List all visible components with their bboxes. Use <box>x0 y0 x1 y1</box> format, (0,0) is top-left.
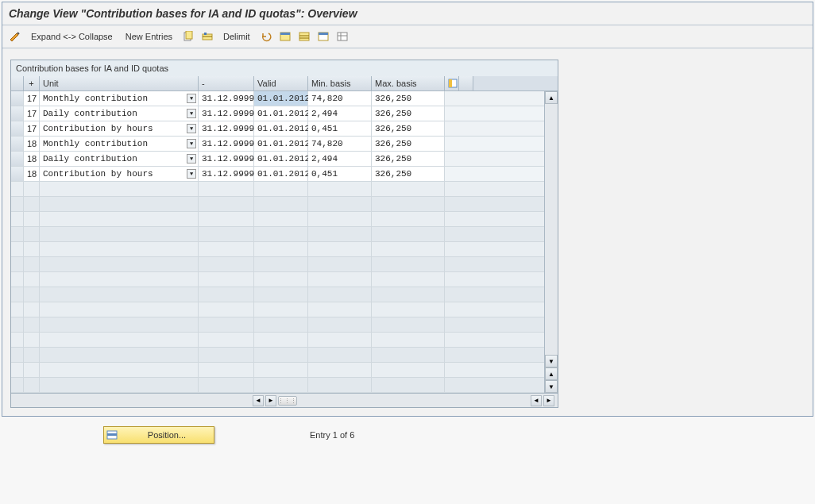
cell-empty[interactable] <box>254 348 308 362</box>
cell-empty[interactable] <box>199 378 254 392</box>
cell-maxbasis[interactable]: 326,250 <box>372 121 445 136</box>
cell-empty[interactable] <box>40 182 199 196</box>
cell-empty[interactable] <box>24 348 40 362</box>
row-selector[interactable] <box>11 121 24 136</box>
select-all-icon[interactable] <box>277 29 293 44</box>
dropdown-icon[interactable]: ▼ <box>187 124 196 133</box>
cell-empty[interactable] <box>199 242 254 256</box>
cell-empty[interactable] <box>199 182 254 196</box>
row-selector[interactable] <box>11 333 24 347</box>
dropdown-icon[interactable]: ▼ <box>187 139 196 148</box>
row-selector[interactable] <box>11 152 24 166</box>
cell-empty[interactable] <box>40 348 199 362</box>
cell-empty[interactable] <box>308 272 372 287</box>
cell-unit[interactable]: Contribution by hours▼ <box>40 121 199 136</box>
cell-empty[interactable] <box>40 317 199 332</box>
row-selector[interactable] <box>11 287 24 302</box>
cell-group[interactable]: 17 <box>24 121 40 136</box>
hscroll-left-icon[interactable]: ◄ <box>253 395 264 406</box>
cell-group[interactable]: 17 <box>24 91 40 106</box>
cell-enddate[interactable]: 31.12.9999 <box>199 167 254 181</box>
scroll-down-icon[interactable]: ▼ <box>545 355 558 367</box>
cell-empty[interactable] <box>372 333 445 347</box>
cell-empty[interactable] <box>308 257 372 271</box>
cell-maxbasis[interactable]: 326,250 <box>372 137 445 151</box>
cell-valid[interactable]: 01.01.2012 <box>254 167 308 181</box>
cell-group[interactable]: 18 <box>24 152 40 166</box>
cell-valid[interactable]: 01.01.2012 <box>254 152 308 166</box>
cell-empty[interactable] <box>308 197 372 211</box>
cell-empty[interactable] <box>24 272 40 287</box>
cell-empty[interactable] <box>199 287 254 302</box>
cell-empty[interactable] <box>372 348 445 362</box>
cell-minbasis[interactable]: 74,820 <box>308 137 372 151</box>
cell-empty[interactable] <box>199 272 254 287</box>
cell-empty[interactable] <box>308 333 372 347</box>
cell-empty[interactable] <box>24 317 40 332</box>
select-block-icon[interactable] <box>296 29 312 44</box>
col-header-plus[interactable]: + <box>24 76 40 90</box>
cell-empty[interactable] <box>24 302 40 317</box>
cell-empty[interactable] <box>24 182 40 196</box>
cell-empty[interactable] <box>199 317 254 332</box>
row-selector[interactable] <box>11 227 24 241</box>
vertical-scrollbar[interactable]: ▲ ▼ ▲ ▼ <box>544 91 558 393</box>
cell-empty[interactable] <box>24 242 40 256</box>
cell-empty[interactable] <box>372 197 445 211</box>
row-selector[interactable] <box>11 137 24 151</box>
scroll-up2-icon[interactable]: ▲ <box>545 367 558 380</box>
cell-empty[interactable] <box>254 197 308 211</box>
cell-empty[interactable] <box>372 227 445 241</box>
cell-empty[interactable] <box>199 333 254 347</box>
cell-empty[interactable] <box>254 242 308 256</box>
cell-empty[interactable] <box>199 363 254 377</box>
row-selector[interactable] <box>11 363 24 377</box>
dropdown-icon[interactable]: ▼ <box>187 154 196 164</box>
cell-empty[interactable] <box>24 212 40 226</box>
row-selector[interactable] <box>11 182 24 196</box>
cell-empty[interactable] <box>372 272 445 287</box>
cell-empty[interactable] <box>372 212 445 226</box>
cell-empty[interactable] <box>199 257 254 271</box>
table-settings-icon[interactable] <box>334 29 350 44</box>
cell-empty[interactable] <box>199 227 254 241</box>
cell-empty[interactable] <box>254 212 308 226</box>
cell-empty[interactable] <box>40 302 199 317</box>
cell-empty[interactable] <box>372 287 445 302</box>
col-header-minbasis[interactable]: Min. basis <box>308 76 372 90</box>
cell-empty[interactable] <box>40 333 199 347</box>
row-selector[interactable] <box>11 242 24 256</box>
col-header-unit[interactable]: Unit <box>40 76 199 90</box>
cell-enddate[interactable]: 31.12.9999 <box>199 137 254 151</box>
cell-empty[interactable] <box>308 317 372 332</box>
cell-empty[interactable] <box>24 257 40 271</box>
cell-empty[interactable] <box>254 302 308 317</box>
row-selector[interactable] <box>11 317 24 332</box>
cell-unit[interactable]: Daily contribution▼ <box>40 106 199 121</box>
cell-empty[interactable] <box>24 197 40 211</box>
hscroll-right2-icon[interactable]: ► <box>543 395 554 406</box>
cell-empty[interactable] <box>372 302 445 317</box>
dropdown-icon[interactable]: ▼ <box>187 109 196 118</box>
cell-maxbasis[interactable]: 326,250 <box>372 152 445 166</box>
cell-empty[interactable] <box>199 302 254 317</box>
cell-empty[interactable] <box>24 378 40 392</box>
col-header-valid[interactable]: Valid <box>254 76 308 90</box>
hscroll-left2-icon[interactable]: ◄ <box>531 395 542 406</box>
cell-group[interactable]: 18 <box>24 167 40 181</box>
cell-empty[interactable] <box>40 287 199 302</box>
cell-empty[interactable] <box>254 257 308 271</box>
cell-empty[interactable] <box>40 363 199 377</box>
cell-minbasis[interactable]: 0,451 <box>308 167 372 181</box>
cell-maxbasis[interactable]: 326,250 <box>372 91 445 106</box>
cell-empty[interactable] <box>24 363 40 377</box>
row-selector[interactable] <box>11 272 24 287</box>
row-selector[interactable] <box>11 91 24 106</box>
cell-empty[interactable] <box>40 272 199 287</box>
cell-empty[interactable] <box>254 227 308 241</box>
cell-enddate[interactable]: 31.12.9999 <box>199 121 254 136</box>
cell-empty[interactable] <box>24 287 40 302</box>
cell-group[interactable]: 17 <box>24 106 40 121</box>
col-header-select[interactable] <box>11 76 24 90</box>
cell-minbasis[interactable]: 2,494 <box>308 152 372 166</box>
